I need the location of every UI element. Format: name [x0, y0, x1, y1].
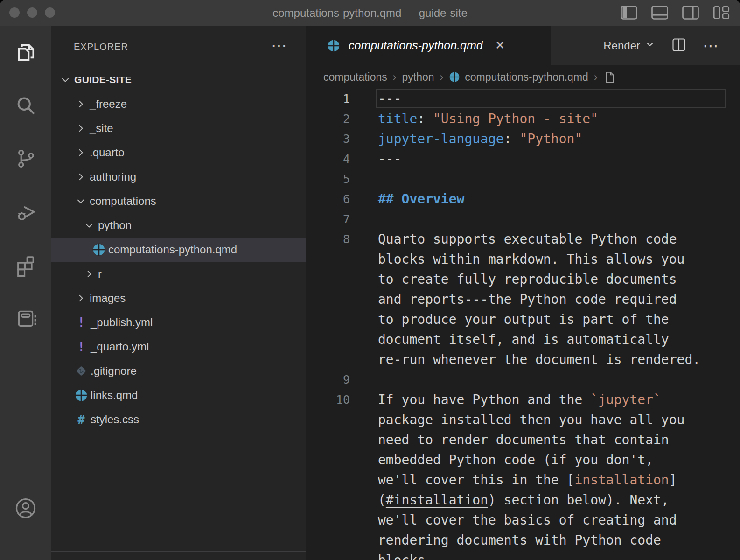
code-line[interactable]: 5 [306, 169, 740, 189]
toggle-secondary-sidebar-button[interactable] [682, 5, 699, 20]
breadcrumb-computations-python-qmd[interactable]: computations-python.qmd [449, 71, 588, 84]
code-line[interactable]: rendering documents with Python code [306, 530, 740, 550]
activity-item-run-debug[interactable] [0, 185, 51, 238]
more-actions-icon[interactable]: ⋯ [271, 26, 287, 68]
explorer-title: EXPLORER [74, 26, 128, 68]
code-line[interactable]: 2title: "Using Python - site" [306, 109, 740, 129]
code-text: ## Overview [378, 189, 464, 209]
code-line[interactable]: and reports---the Python code required [306, 289, 740, 309]
code-text: Quarto supports executable Python code [378, 229, 677, 249]
code-text: need to render documents that contain [378, 430, 669, 450]
activity-item-source-control[interactable] [0, 132, 51, 185]
breadcrumb-separator: › [393, 71, 397, 84]
activity-item-notebook[interactable] [0, 292, 51, 345]
code-line[interactable]: we'll cover this in the [installation] [306, 470, 740, 490]
code-text: we'll cover this in the [installation] [378, 470, 677, 490]
code-line[interactable]: document itself, and is automatically [306, 329, 740, 350]
tree-item--quarto-yml[interactable]: !_quarto.yml [51, 335, 306, 359]
code-line[interactable]: we'll cover the basics of creating and [306, 510, 740, 530]
code-line[interactable]: to create fully reproducible documents [306, 269, 740, 289]
breadcrumb-label: computations-python.qmd [465, 71, 588, 84]
tree-item--freeze[interactable]: _freeze [51, 92, 306, 116]
line-number: 1 [306, 89, 350, 109]
tree-item--quarto[interactable]: .quarto [51, 140, 306, 165]
toggle-panel-button[interactable] [651, 5, 668, 20]
code-line[interactable]: 8Quarto supports executable Python code [306, 229, 740, 249]
tree-item--site[interactable]: _site [51, 116, 306, 140]
breadcrumb-computations[interactable]: computations [323, 71, 387, 84]
tree-item-python[interactable]: python [51, 213, 306, 238]
code-line[interactable]: need to render documents that contain [306, 430, 740, 450]
tree-item-label: styles.css [91, 413, 139, 426]
code-line[interactable]: blocks within markdown. This allows you [306, 249, 740, 269]
code-line[interactable]: 7 [306, 209, 740, 229]
chevron-right-icon [74, 97, 88, 111]
toggle-primary-sidebar-button[interactable] [621, 5, 637, 20]
code-text: blocks. [378, 550, 433, 560]
code-line[interactable]: 6## Overview [306, 189, 740, 209]
code-line[interactable]: embedded Python code (if you don't, [306, 450, 740, 470]
line-number: 4 [306, 149, 350, 169]
tree-item-computations-python-qmd[interactable]: computations-python.qmd [51, 238, 306, 262]
code-text: we'll cover the basics of creating and [378, 510, 677, 530]
activity-item-accounts[interactable] [0, 482, 51, 535]
tree-item--publish-yml[interactable]: !_publish.yml [51, 310, 306, 335]
breadcrumbs: computations›python›computations-python.… [306, 65, 740, 89]
tree-item-label: computations-python.qmd [108, 243, 237, 256]
close-tab-icon[interactable]: ✕ [495, 38, 505, 53]
tab-bar: computations-python.qmd ✕ Render ⋯ [306, 26, 740, 65]
code-line[interactable]: 3jupyter-language: "Python" [306, 129, 740, 149]
line-number: 8 [306, 229, 350, 249]
code-area[interactable]: 1---2title: "Using Python - site"3jupyte… [306, 89, 740, 560]
code-line[interactable]: 4--- [306, 149, 740, 169]
tree-item-images[interactable]: images [51, 286, 306, 310]
tree-item-computations[interactable]: computations [51, 189, 306, 213]
line-number: 9 [306, 370, 350, 390]
code-text: embedded Python code (if you don't, [378, 450, 653, 470]
code-line[interactable]: package installed then you have all you [306, 410, 740, 430]
editor-actions: Render ⋯ [603, 26, 719, 65]
line-number: 5 [306, 169, 350, 189]
line-number: 2 [306, 109, 350, 129]
quarto-icon [449, 71, 460, 83]
code-text: to create fully reproducible documents [378, 269, 677, 289]
breadcrumb-python[interactable]: python [402, 71, 434, 84]
explorer-header: EXPLORER ⋯ [51, 26, 306, 68]
activity-item-extensions[interactable] [0, 238, 51, 292]
code-line[interactable]: 1--- [306, 89, 740, 109]
chevron-down-icon [58, 73, 72, 87]
code-text: --- [378, 89, 402, 109]
code-line[interactable]: re-run whenever the document is rendered… [306, 350, 740, 370]
activity-item-explorer[interactable] [0, 26, 51, 79]
tree-item--gitignore[interactable]: .gitignore [51, 359, 306, 383]
outline-section[interactable]: OUTLINE [51, 551, 306, 560]
code-text: re-run whenever the document is rendered… [378, 350, 700, 370]
customize-layout-button[interactable] [713, 5, 730, 20]
chevron-right-icon [74, 291, 88, 305]
tree-item-r[interactable]: r [51, 262, 306, 286]
tree-item-label: computations [90, 195, 156, 208]
file-tree: GUIDE-SITE_freeze_site.quartoauthoringco… [51, 68, 306, 432]
chevron-right-icon [74, 170, 88, 184]
code-line[interactable]: 10If you have Python and the `jupyter` [306, 390, 740, 410]
quarto-icon [91, 243, 106, 257]
tree-item-authoring[interactable]: authoring [51, 165, 306, 189]
tab-computations-python[interactable]: computations-python.qmd ✕ [306, 26, 551, 65]
code-text: blocks within markdown. This allows you [378, 249, 684, 269]
activity-item-search[interactable] [0, 79, 51, 132]
tree-item-guide-site[interactable]: GUIDE-SITE [51, 68, 306, 92]
chevron-right-icon [82, 267, 96, 281]
more-actions-icon[interactable]: ⋯ [703, 36, 719, 55]
code-line[interactable]: blocks. [306, 550, 740, 560]
split-editor-icon[interactable] [672, 38, 686, 54]
tree-item-label: r [98, 267, 102, 280]
tree-item-links-qmd[interactable]: links.qmd [51, 383, 306, 407]
code-line[interactable]: (#installation) section below). Next, [306, 490, 740, 510]
tree-item-label: _publish.yml [91, 316, 153, 329]
tree-item-styles-css[interactable]: #styles.css [51, 407, 306, 432]
render-button[interactable]: Render [603, 39, 655, 52]
code-line[interactable]: 9 [306, 370, 740, 390]
code-line[interactable]: to produce your output is part of the [306, 309, 740, 329]
tree-item-label: GUIDE-SITE [74, 74, 132, 85]
tree-item-label: _freeze [90, 98, 127, 111]
